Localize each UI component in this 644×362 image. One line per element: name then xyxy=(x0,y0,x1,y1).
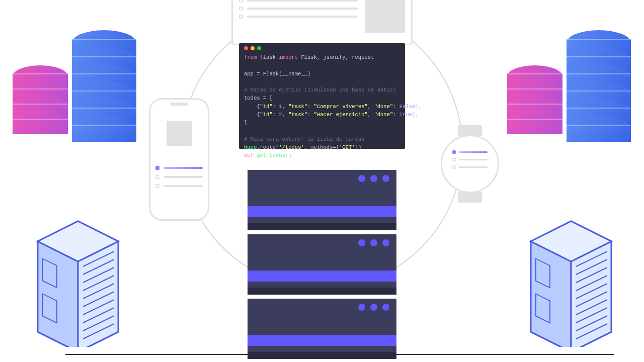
server-tower-icon xyxy=(248,170,396,362)
phone-wireframe xyxy=(149,98,209,221)
window-traffic-lights xyxy=(244,46,400,50)
smartwatch-wireframe xyxy=(441,135,499,193)
browser-wireframe xyxy=(231,0,413,45)
server-rack-right-icon xyxy=(518,216,624,347)
code-editor: from flask import Flask, jsonify, reques… xyxy=(239,43,405,149)
floor-line xyxy=(65,354,614,355)
server-rack-left-icon xyxy=(25,216,131,347)
